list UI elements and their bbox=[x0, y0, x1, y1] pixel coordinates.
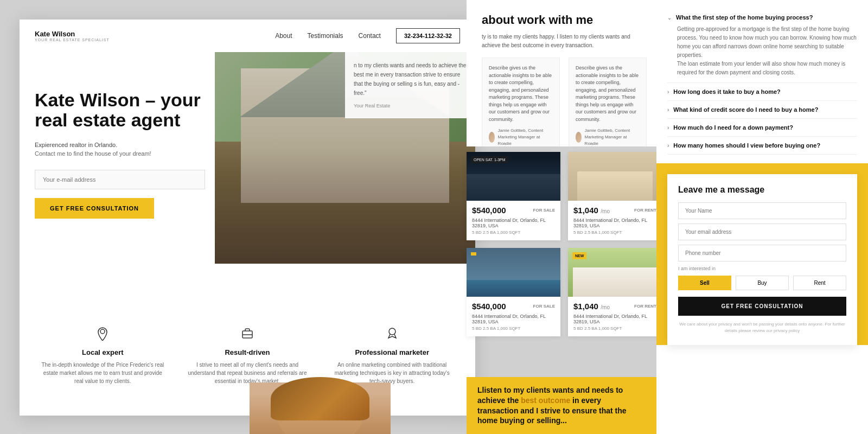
feature-local-title: Local expert bbox=[82, 348, 124, 356]
portrait-bg bbox=[250, 382, 391, 434]
house-silhouette bbox=[467, 174, 560, 201]
about-section: about work with me ty is to make my clie… bbox=[467, 0, 662, 146]
quote-overlay: n to my clients wants and needs to achie… bbox=[345, 52, 475, 118]
yellow-cta-banner: Llisten to my clients wants and needs to… bbox=[467, 377, 662, 434]
faq-4-question-row[interactable]: › How much do I need for a down payment? bbox=[667, 124, 857, 131]
right-panel: ⌄ What the first step of the home buying… bbox=[656, 0, 868, 434]
yellow-cta-text: Llisten to my clients wants and needs to… bbox=[477, 385, 627, 426]
listing-img-3 bbox=[467, 248, 560, 297]
hero-desc: Contact me to find the house of your dre… bbox=[35, 150, 205, 157]
about-title: about work with me bbox=[482, 13, 647, 27]
listing-3-specs: 5 BD 2.5 BA 1,000 SQFT bbox=[472, 326, 555, 331]
listing-1-badge: OPEN SAT. 1-3PM bbox=[471, 156, 508, 163]
email-input[interactable] bbox=[35, 170, 205, 189]
contact-title: Leave me a message bbox=[678, 185, 846, 195]
interest-buy-btn[interactable]: Buy bbox=[736, 276, 789, 290]
hero-cta-btn[interactable]: GET FREE CONSULTATION bbox=[35, 198, 154, 219]
faq-item-1: ⌄ What the first step of the home buying… bbox=[667, 9, 857, 83]
faq-3-chevron-right: › bbox=[667, 107, 669, 113]
listing-card-2: $1,040 /mo FOR RENT 8444 International D… bbox=[568, 152, 662, 240]
hero-subtitle: Expierenced realtor in Orlando. bbox=[35, 142, 205, 148]
yellow-cta-line1: Llisten to my clients wants and needs to bbox=[477, 385, 627, 395]
listing-2-specs: 5 BD 2.5 BA 1,000 SQFT bbox=[573, 230, 656, 235]
faq-item-3: › What kind of credit score do I need to… bbox=[667, 101, 857, 119]
hero-panel: Kate Wilson YOUR REAL ESTATE SPECIALIST … bbox=[20, 20, 475, 416]
portrait-bottom bbox=[250, 377, 391, 434]
faq-5-question: How many homes should I view before buyi… bbox=[673, 142, 820, 149]
faq-4-question: How much do I need for a down payment? bbox=[673, 124, 793, 131]
listing-1-type: FOR SALE bbox=[533, 208, 555, 213]
listing-4-price-suffix: /mo bbox=[601, 304, 610, 310]
contact-yellow-bg: Leave me a message I am interested in Se… bbox=[656, 163, 868, 345]
faq-2-question-row[interactable]: › How long does it take to buy a home? bbox=[667, 88, 857, 95]
testimonial-2: Describe gives us the actionable insight… bbox=[569, 58, 647, 146]
contact-email-input[interactable] bbox=[678, 224, 846, 240]
listing-img-1: OPEN SAT. 1-3PM bbox=[467, 152, 560, 201]
furniture bbox=[577, 171, 652, 201]
faq-3-question-row[interactable]: › What kind of credit score do I need to… bbox=[667, 106, 857, 113]
listing-3-info: $540,000 FOR SALE 8444 International Dr,… bbox=[467, 297, 560, 336]
listings-section: OPEN SAT. 1-3PM $540,000 FOR SALE 8444 I… bbox=[467, 152, 662, 336]
hero-content: Kate Wilson – your real estate agent Exp… bbox=[20, 63, 220, 234]
listing-2-type: FOR RENT bbox=[634, 208, 656, 213]
testimonial-2-author: Jamie Gottlieb, Content Marketing Manage… bbox=[576, 127, 640, 146]
nav-contact[interactable]: Contact bbox=[359, 32, 381, 40]
interest-row: Sell Buy Rent bbox=[678, 276, 846, 290]
author-2-avatar bbox=[576, 132, 582, 143]
listing-img-4: NEW bbox=[568, 248, 662, 297]
faq-1-answer: Getting pre-approved for a mortgage is t… bbox=[667, 25, 857, 60]
testimonial-1-author: Jamie Gottlieb, Content Marketing Manage… bbox=[489, 127, 553, 146]
listing-3-address: 8444 International Dr, Orlando, FL 32819… bbox=[472, 314, 555, 324]
privacy-text: We care about your privacy and won't be … bbox=[678, 321, 846, 334]
award-icon bbox=[382, 323, 402, 343]
listing-4-badge: NEW bbox=[572, 252, 586, 259]
features-row: Local expert The in-depth knowledge of t… bbox=[20, 307, 475, 416]
nav-about[interactable]: About bbox=[275, 32, 292, 40]
interest-rent-btn[interactable]: Rent bbox=[793, 276, 846, 290]
listing-3-type: FOR SALE bbox=[533, 304, 555, 309]
contact-name-input[interactable] bbox=[678, 202, 846, 219]
contact-card: Leave me a message I am interested in Se… bbox=[667, 174, 857, 345]
portrait-hair bbox=[271, 377, 369, 420]
faq-2-question: How long does it take to buy a home? bbox=[673, 88, 780, 95]
interest-label: I am interested in bbox=[678, 266, 846, 271]
svg-point-3 bbox=[389, 328, 395, 335]
listing-2-address: 8444 International Dr, Orlando, FL 32819… bbox=[573, 218, 656, 228]
author-1-avatar bbox=[489, 132, 495, 143]
nav-phone-btn[interactable]: 32-234-112-32-32 bbox=[396, 28, 460, 43]
faq-1-chevron-down: ⌄ bbox=[667, 15, 672, 21]
navbar: Kate Wilson YOUR REAL ESTATE SPECIALIST … bbox=[20, 20, 475, 52]
pool-water bbox=[467, 280, 560, 297]
briefcase-icon bbox=[238, 323, 257, 343]
svg-point-0 bbox=[100, 329, 105, 334]
listing-card-1: OPEN SAT. 1-3PM $540,000 FOR SALE 8444 I… bbox=[467, 152, 560, 240]
quote-tagline: Your Real Estate bbox=[354, 102, 467, 110]
feature-local-expert: Local expert The in-depth knowledge of t… bbox=[30, 323, 175, 405]
listing-4-address: 8444 International Dr, Orlando, FL 32819… bbox=[573, 314, 656, 324]
main-wrapper: Kate Wilson YOUR REAL ESTATE SPECIALIST … bbox=[0, 0, 868, 434]
listing-card-4: NEW $1,040 /mo FOR RENT 8444 Internation… bbox=[568, 248, 662, 336]
listing-4-specs: 5 BD 2.5 BA 1,000 SQFT bbox=[573, 326, 656, 331]
interest-sell-btn[interactable]: Sell bbox=[678, 276, 731, 290]
faq-1-answer-2: The loan estimate from your lender will … bbox=[667, 60, 857, 77]
listing-2-price-suffix: /mo bbox=[601, 208, 610, 214]
faq-1-question-row[interactable]: ⌄ What the first step of the home buying… bbox=[667, 14, 857, 21]
nav-testimonials[interactable]: Testimonials bbox=[308, 32, 343, 40]
listing-img-2 bbox=[568, 152, 662, 201]
contact-phone-input[interactable] bbox=[678, 245, 846, 261]
about-text: ty is to make my clients happy. I listen… bbox=[482, 33, 647, 50]
faq-5-question-row[interactable]: › How many homes should I view before bu… bbox=[667, 142, 857, 149]
listing-2-price: $1,040 bbox=[573, 206, 598, 215]
faq-item-4: › How much do I need for a down payment? bbox=[667, 119, 857, 137]
yellow-cta-line3: transaction and I strive to ensure that … bbox=[477, 406, 627, 416]
faq-section: ⌄ What the first step of the home buying… bbox=[656, 0, 868, 163]
faq-4-chevron-right: › bbox=[667, 125, 669, 131]
listing-1-specs: 5 BD 2.5 BA 1,000 SQFT bbox=[472, 230, 555, 235]
contact-cta-btn[interactable]: GET FREE CONSULTATION bbox=[678, 297, 846, 316]
hero-title: Kate Wilson – your real estate agent bbox=[35, 90, 205, 131]
listing-3-price: $540,000 bbox=[472, 302, 506, 311]
faq-2-chevron-right: › bbox=[667, 89, 669, 95]
listings-grid: OPEN SAT. 1-3PM $540,000 FOR SALE 8444 I… bbox=[467, 152, 662, 336]
testimonials-row: Describe gives us the actionable insight… bbox=[482, 58, 647, 146]
yellow-cta-line4: home buying or selling... bbox=[477, 416, 627, 426]
